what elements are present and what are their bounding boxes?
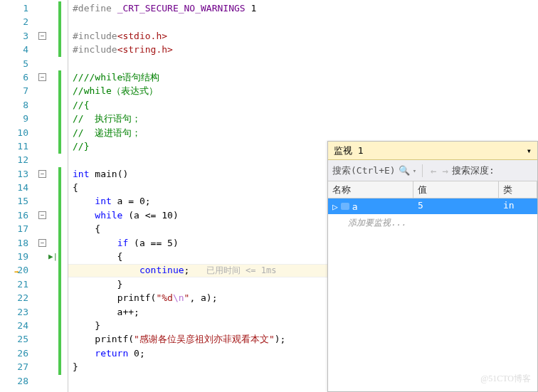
line-number: 28 bbox=[0, 374, 36, 388]
execution-pointer-icon: ➡ bbox=[14, 267, 19, 277]
editor-margin: −−−−−▶|➡ bbox=[36, 0, 68, 392]
run-to-line-icon[interactable]: ▶| bbox=[48, 252, 58, 261]
line-number: 27 bbox=[0, 360, 36, 374]
line-number: 25 bbox=[0, 332, 36, 346]
watch-body: ▷a5in bbox=[328, 198, 537, 214]
code-line[interactable]: // 执行语句； bbox=[73, 112, 538, 125]
watch-row[interactable]: ▷a5in bbox=[328, 198, 537, 214]
code-line[interactable]: // 递进语句； bbox=[73, 126, 538, 139]
line-number-gutter: 1234567891011121314151617181920212223242… bbox=[0, 0, 36, 392]
nav-back-icon[interactable]: ← bbox=[428, 165, 438, 176]
code-line[interactable]: #define _CRT_SECURE_NO_WARNINGS 1 bbox=[73, 1, 538, 15]
line-number: 7 bbox=[0, 84, 36, 97]
code-line[interactable]: ////while语句结构 bbox=[73, 70, 538, 84]
watch-header-value[interactable]: 值 bbox=[413, 181, 499, 198]
line-number: 23 bbox=[0, 305, 36, 319]
watch-search-input[interactable]: 搜索(Ctrl+E) bbox=[332, 164, 396, 177]
line-number: 6 bbox=[0, 70, 36, 84]
watch-header-row: 名称 值 类 bbox=[328, 181, 537, 198]
line-number: 11 bbox=[0, 139, 36, 153]
watch-toolbar: 搜索(Ctrl+E) 🔍 ▾ ← → 搜索深度: bbox=[328, 160, 537, 181]
fold-icon[interactable]: − bbox=[38, 239, 46, 247]
fold-icon[interactable]: − bbox=[38, 170, 46, 178]
watch-title-bar[interactable]: 监视 1 ▾ bbox=[328, 142, 537, 160]
line-number: 3 bbox=[0, 29, 36, 43]
variable-icon bbox=[341, 203, 349, 210]
line-number: 2 bbox=[0, 15, 36, 28]
dropdown-icon[interactable]: ▾ bbox=[527, 146, 532, 156]
search-icon[interactable]: 🔍 bbox=[399, 165, 410, 176]
code-line[interactable] bbox=[73, 15, 538, 28]
line-number: 24 bbox=[0, 319, 36, 332]
line-number: 18 bbox=[0, 236, 36, 250]
line-number: 17 bbox=[0, 222, 36, 235]
line-number: 26 bbox=[0, 346, 36, 360]
fold-icon[interactable]: − bbox=[38, 73, 46, 81]
line-number: 19 bbox=[0, 250, 36, 263]
search-depth-label: 搜索深度: bbox=[452, 164, 495, 177]
watch-header-name[interactable]: 名称 bbox=[328, 181, 413, 198]
nav-forward-icon[interactable]: → bbox=[440, 165, 450, 176]
line-number: 22 bbox=[0, 291, 36, 304]
line-number: 13 bbox=[0, 167, 36, 181]
chevron-down-icon[interactable]: ▾ bbox=[413, 167, 416, 174]
fold-icon[interactable]: − bbox=[38, 32, 46, 40]
line-number: 16 bbox=[0, 208, 36, 222]
watch-title-label: 监视 1 bbox=[334, 144, 364, 157]
fold-icon[interactable]: − bbox=[38, 211, 46, 219]
line-number: 1 bbox=[0, 1, 36, 15]
watch-add-hint[interactable]: 添加要监视... bbox=[328, 214, 537, 232]
line-number: 9 bbox=[0, 112, 36, 125]
line-number: 15 bbox=[0, 194, 36, 208]
watch-header-type[interactable]: 类 bbox=[499, 181, 537, 198]
watch-panel: 监视 1 ▾ 搜索(Ctrl+E) 🔍 ▾ ← → 搜索深度: 名称 值 类 ▷… bbox=[327, 141, 538, 392]
watermark: @51CTO博客 bbox=[480, 373, 531, 385]
code-line[interactable]: #include<stdio.h> bbox=[73, 29, 538, 43]
line-number: 21 bbox=[0, 277, 36, 291]
line-number: 4 bbox=[0, 43, 36, 56]
line-number: 14 bbox=[0, 181, 36, 194]
line-number: 5 bbox=[0, 57, 36, 70]
separator bbox=[422, 164, 423, 177]
code-line[interactable]: //{ bbox=[73, 98, 538, 112]
line-number: 8 bbox=[0, 98, 36, 112]
code-line[interactable] bbox=[73, 57, 538, 70]
line-number: 10 bbox=[0, 126, 36, 139]
line-number: 12 bbox=[0, 153, 36, 166]
code-line[interactable]: //while（表达式） bbox=[73, 84, 538, 97]
code-line[interactable]: #include<string.h> bbox=[73, 43, 538, 56]
